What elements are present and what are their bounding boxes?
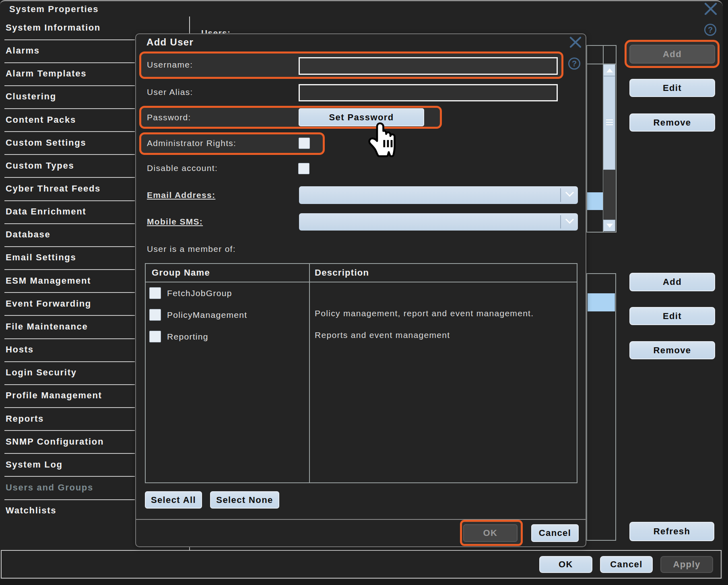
- svg-text:?: ?: [708, 25, 713, 34]
- svg-text:?: ?: [572, 59, 577, 68]
